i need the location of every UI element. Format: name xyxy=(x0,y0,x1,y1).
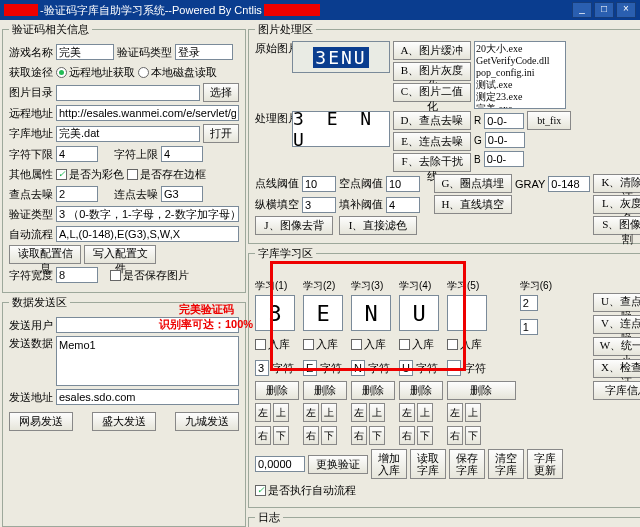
btn-w[interactable]: W、统一大小 xyxy=(593,337,640,356)
captcha-info-group: 验证码相关信息 游戏名称验证码类型 获取途径远程地址获取本地磁盘读取 图片目录选… xyxy=(2,22,246,293)
browse-btn[interactable]: 选择 xyxy=(203,83,239,102)
add-btn[interactable]: 增加 入库 xyxy=(371,449,407,479)
lib-addr-input[interactable] xyxy=(56,126,200,142)
fill-input[interactable] xyxy=(386,197,420,213)
dot-input[interactable] xyxy=(302,176,336,192)
btn-g[interactable]: G、圈点填埋 xyxy=(434,174,512,193)
btn-x[interactable]: X、检查验证 xyxy=(593,359,640,378)
btn-s[interactable]: S、图像分割 xyxy=(593,216,640,235)
send-data-memo[interactable]: Memo1 xyxy=(56,336,239,386)
proc-captcha: 3 E N U xyxy=(292,111,390,147)
char-up-input[interactable] xyxy=(161,146,203,162)
code-type-input[interactable] xyxy=(175,44,233,60)
ne-btn[interactable]: 网易发送 xyxy=(9,412,73,431)
hv-input[interactable] xyxy=(302,197,336,213)
read-cfg-btn[interactable]: 读取配置信息 xyxy=(9,245,81,264)
remote-addr-input[interactable] xyxy=(56,105,239,121)
char-5 xyxy=(447,295,487,331)
local-radio[interactable]: 本地磁盘读取 xyxy=(138,65,217,80)
nc-btn[interactable]: 九城发送 xyxy=(175,412,239,431)
btn-l[interactable]: L、灰度滤色 xyxy=(593,195,640,214)
char-4: U xyxy=(399,295,439,331)
proc-group: 图片处理区 原始图片 3ENU A、图片缓冲 B、图片灰度化 C、图片二值化 2… xyxy=(248,22,640,244)
btn-c[interactable]: C、图片二值化 xyxy=(393,83,471,102)
btn-d[interactable]: D、查点去噪 xyxy=(393,111,471,130)
pic-dir-input[interactable] xyxy=(56,85,200,101)
g-input[interactable] xyxy=(485,132,525,148)
btn-a[interactable]: A、图片缓冲 xyxy=(393,41,471,60)
del-1[interactable]: 删除 xyxy=(255,381,299,400)
file-list[interactable]: 20大小.exe GetVerifyCode.dll pop_config.in… xyxy=(474,41,566,109)
r-input[interactable] xyxy=(484,113,524,129)
autorun-chk[interactable]: 是否执行自动流程 xyxy=(255,483,356,498)
btn-j[interactable]: J、图像去背 xyxy=(255,216,333,235)
del-3[interactable]: 删除 xyxy=(351,381,395,400)
btn-lib[interactable]: 字库信息 xyxy=(593,381,640,400)
max-btn[interactable]: □ xyxy=(594,2,614,18)
btn-k[interactable]: K、清除验证 xyxy=(593,174,640,193)
learn-group: 字库学习区 学习(1) 学习(2) 学习(3) 学习(4) 学习(1) 3 入库… xyxy=(248,246,640,508)
game-name-input[interactable] xyxy=(56,44,114,60)
btn-i[interactable]: I、直接滤色 xyxy=(339,216,417,235)
auto-flow-input[interactable] xyxy=(56,226,239,242)
border-chk[interactable]: 是否存在边框 xyxy=(127,167,206,182)
sd-btn[interactable]: 盛大发送 xyxy=(92,412,156,431)
spin-input[interactable] xyxy=(255,456,305,472)
close-btn[interactable]: × xyxy=(616,2,636,18)
num2[interactable] xyxy=(520,319,538,335)
write-cfg-btn[interactable]: 写入配置文件 xyxy=(84,245,156,264)
save-btn[interactable]: 保存 字库 xyxy=(449,449,485,479)
promo-text: 完美验证码 识别率可达：100% xyxy=(146,302,266,332)
btn-f[interactable]: F、去除干扰线 xyxy=(393,153,471,172)
char-2: E xyxy=(303,295,343,331)
btn-u[interactable]: U、查点去噪 xyxy=(593,293,640,312)
upd-btn[interactable]: 字库 更新 xyxy=(527,449,563,479)
qd-input[interactable] xyxy=(56,186,98,202)
code-cat-input[interactable] xyxy=(56,206,239,222)
btfix-btn[interactable]: bt_fix xyxy=(527,111,571,130)
clear-btn[interactable]: 清空 字库 xyxy=(488,449,524,479)
send-addr-input[interactable] xyxy=(56,389,239,405)
color-chk[interactable]: 是否为彩色 xyxy=(56,167,124,182)
char-low-input[interactable] xyxy=(56,146,98,162)
open-btn[interactable]: 打开 xyxy=(203,124,239,143)
read-btn[interactable]: 读取 字库 xyxy=(410,449,446,479)
btn-v[interactable]: V、连点去噪 xyxy=(593,315,640,334)
remote-radio[interactable]: 远程地址获取 xyxy=(56,65,135,80)
min-btn[interactable]: _ xyxy=(572,2,592,18)
ld-input[interactable] xyxy=(161,186,203,202)
num1[interactable] xyxy=(520,295,538,311)
log-group: 日志 图片二值化处理成功，且已经成功描述； 对图片进行连点去噪，噪声上限为： xyxy=(248,510,640,527)
del-2[interactable]: 删除 xyxy=(303,381,347,400)
save-img-chk[interactable]: 是否保存图片 xyxy=(110,268,189,283)
del-5[interactable]: 删除 xyxy=(447,381,516,400)
blank-input[interactable] xyxy=(386,176,420,192)
btn-e[interactable]: E、连点去噪 xyxy=(393,132,471,151)
btn-b[interactable]: B、图片灰度化 xyxy=(393,62,471,81)
gray-input[interactable] xyxy=(548,176,590,192)
reload-btn[interactable]: 更换验证 xyxy=(308,455,368,474)
app-title: -验证码字库自助学习系统--Powered By Cntlis xyxy=(40,0,262,20)
char-w-input[interactable] xyxy=(56,267,98,283)
btn-h[interactable]: H、直线填空 xyxy=(434,195,512,214)
del-4[interactable]: 删除 xyxy=(399,381,443,400)
char-3: N xyxy=(351,295,391,331)
b-input[interactable] xyxy=(484,151,524,167)
orig-captcha: 3ENU xyxy=(292,41,390,73)
